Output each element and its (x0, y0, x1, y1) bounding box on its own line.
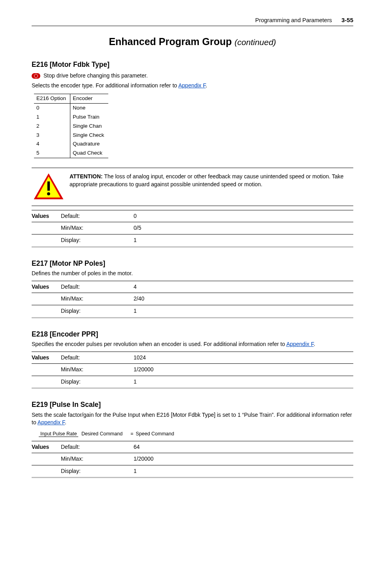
cell-enc: Quadrature (70, 140, 108, 149)
svg-point-3 (47, 192, 50, 195)
values-val: 1024 (134, 352, 353, 364)
formula-equals: = (130, 431, 133, 438)
cell-opt: 2 (34, 122, 70, 131)
values-val: 1 (134, 234, 353, 247)
values-row: Values Default: 4 (32, 281, 353, 293)
e219-description: Sets the scale factor/gain for the Pulse… (32, 411, 353, 427)
cell-opt: 4 (34, 140, 70, 149)
table-row: 3Single Check (34, 131, 108, 140)
th-encoder: Encoder (70, 94, 108, 103)
svg-rect-2 (47, 182, 50, 191)
formula-numerator: Input Pulse Rate (39, 431, 78, 437)
cell-enc: Quad Check (70, 149, 108, 158)
e216-desc-a: Selects the encoder type. For additional… (32, 82, 178, 89)
th-option: E216 Option (34, 94, 70, 103)
cell-opt: 3 (34, 131, 70, 140)
attention-text: ATTENTION: The loss of analog input, enc… (70, 173, 353, 188)
appendix-f-link[interactable]: Appendix F (286, 341, 313, 347)
e216-desc-b: . (206, 82, 207, 89)
values-key: Default: (61, 281, 134, 293)
values-row: Min/Max: 0/5 (32, 222, 353, 234)
values-val: 4 (134, 281, 353, 293)
section-heading-e219: E219 [Pulse In Scale] (32, 400, 353, 410)
running-header: Programming and Parameters 3-55 (32, 16, 353, 26)
values-val: 1/20000 (134, 364, 353, 376)
values-row: Values Default: 0 (32, 210, 353, 222)
table-row: 2Single Chan (34, 122, 108, 131)
values-key: Display: (61, 234, 134, 247)
values-val: 64 (134, 441, 353, 453)
header-section: Programming and Parameters (255, 16, 332, 24)
appendix-f-link[interactable]: Appendix F (178, 82, 205, 89)
values-key: Min/Max: (61, 293, 134, 305)
values-table-e216: Values Default: 0 Min/Max: 0/5 Display: … (32, 210, 353, 248)
table-row: 4Quadrature (34, 140, 108, 149)
appendix-f-link[interactable]: Appendix F (38, 419, 65, 425)
stop-note-line: Stop drive before changing this paramete… (32, 71, 353, 81)
section-heading-e216: E216 [Motor Fdbk Type] (32, 60, 353, 70)
warning-triangle-icon (33, 173, 64, 200)
page: Programming and Parameters 3-55 Enhanced… (0, 0, 377, 588)
values-key: Display: (61, 376, 134, 388)
values-key: Min/Max: (61, 364, 134, 376)
section-heading-e217: E217 [Motor NP Poles] (32, 259, 353, 268)
group-title: Enhanced Program Group (continued) (32, 35, 353, 49)
e218-description: Specifies the encoder pulses per revolut… (32, 340, 353, 348)
values-label: Values (32, 441, 61, 453)
table-row: 0None (34, 103, 108, 112)
formula-fraction: Input Pulse Rate Desired Command (39, 431, 124, 438)
encoder-options-table: E216 Option Encoder 0None 1Pulse Train 2… (34, 94, 108, 158)
section-heading-e218: E218 [Encoder PPR] (32, 329, 353, 339)
attention-label: ATTENTION: (70, 173, 103, 180)
cell-opt: 0 (34, 103, 70, 112)
values-val: 0/5 (134, 222, 353, 234)
values-label: Values (32, 281, 61, 293)
attention-block: ATTENTION: The loss of analog input, enc… (32, 168, 353, 206)
values-val: 1 (134, 465, 353, 478)
values-key: Display: (61, 465, 134, 478)
e216-description: Selects the encoder type. For additional… (32, 82, 353, 90)
values-key: Default: (61, 441, 134, 453)
values-val: 1 (134, 305, 353, 318)
values-row: Display: 1 (32, 376, 353, 388)
e217-description: Defines the number of poles in the motor… (32, 270, 353, 278)
values-key: Min/Max: (61, 453, 134, 465)
group-title-suffix: (continued) (235, 38, 276, 47)
values-key: Default: (61, 352, 134, 364)
formula-rhs: Speed Command (136, 431, 174, 438)
e219-desc-b: . (65, 419, 66, 425)
values-table-e218: Values Default: 1024 Min/Max: 1/20000 Di… (32, 352, 353, 389)
formula: Input Pulse Rate Desired Command = Speed… (39, 431, 353, 438)
values-row: Min/Max: 1/20000 (32, 453, 353, 465)
values-key: Min/Max: (61, 222, 134, 234)
cell-enc: Single Chan (70, 122, 108, 131)
values-row: Min/Max: 2/40 (32, 293, 353, 305)
values-val: 0 (134, 210, 353, 222)
values-val: 1/20000 (134, 453, 353, 465)
values-row: Values Default: 64 (32, 441, 353, 453)
values-key: Display: (61, 305, 134, 318)
values-row: Display: 1 (32, 465, 353, 478)
values-row: Min/Max: 1/20000 (32, 364, 353, 376)
table-row: 1Pulse Train (34, 113, 108, 122)
stop-icon (32, 73, 40, 79)
values-row: Display: 1 (32, 305, 353, 318)
attention-body: The loss of analog input, encoder or oth… (70, 173, 343, 187)
values-label: Values (32, 210, 61, 222)
cell-opt: 1 (34, 113, 70, 122)
cell-enc: Pulse Train (70, 113, 108, 122)
values-label: Values (32, 352, 61, 364)
table-header-row: E216 Option Encoder (34, 94, 108, 103)
table-row: 5Quad Check (34, 149, 108, 158)
cell-opt: 5 (34, 149, 70, 158)
e219-desc-a: Sets the scale factor/gain for the Pulse… (32, 412, 352, 426)
cell-enc: None (70, 103, 108, 112)
e218-desc-a: Specifies the encoder pulses per revolut… (32, 341, 286, 347)
e218-desc-b: . (314, 341, 315, 347)
formula-denominator: Desired Command (80, 431, 124, 437)
values-val: 2/40 (134, 293, 353, 305)
values-key: Default: (61, 210, 134, 222)
values-row: Values Default: 1024 (32, 352, 353, 364)
values-table-e219: Values Default: 64 Min/Max: 1/20000 Disp… (32, 441, 353, 478)
cell-enc: Single Check (70, 131, 108, 140)
